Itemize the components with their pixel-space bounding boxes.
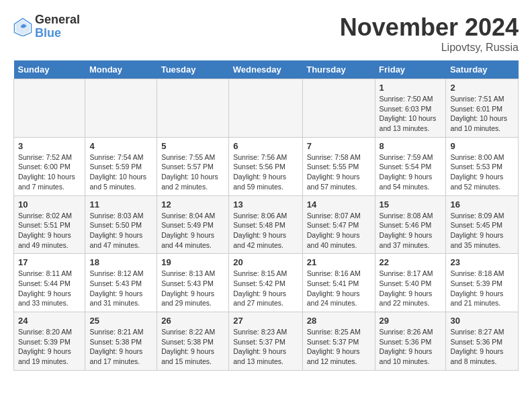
- day-info: Sunrise: 8:16 AMSunset: 5:41 PMDaylight:…: [307, 269, 371, 308]
- day-number: 27: [233, 316, 298, 326]
- day-info: Sunrise: 8:22 AMSunset: 5:38 PMDaylight:…: [161, 327, 224, 367]
- calendar-cell: 1Sunrise: 7:50 AMSunset: 6:03 PMDaylight…: [375, 79, 446, 138]
- logo: General Blue: [13, 13, 80, 40]
- day-info: Sunrise: 7:55 AMSunset: 5:57 PMDaylight:…: [161, 152, 224, 192]
- day-number: 16: [450, 199, 514, 210]
- day-info: Sunrise: 8:13 AMSunset: 5:43 PMDaylight:…: [161, 269, 224, 308]
- day-number: 1: [380, 83, 442, 93]
- day-number: 4: [89, 141, 152, 151]
- calendar-cell: 9Sunrise: 8:00 AMSunset: 5:53 PMDaylight…: [446, 137, 519, 195]
- day-number: 8: [380, 141, 442, 151]
- week-row-4: 17Sunrise: 8:11 AMSunset: 5:44 PMDayligh…: [14, 254, 519, 312]
- day-info: Sunrise: 8:06 AMSunset: 5:48 PMDaylight:…: [233, 211, 298, 250]
- calendar-cell: 10Sunrise: 8:02 AMSunset: 5:51 PMDayligh…: [14, 195, 85, 254]
- calendar-cell: 17Sunrise: 8:11 AMSunset: 5:44 PMDayligh…: [14, 254, 85, 312]
- day-number: 29: [380, 316, 442, 326]
- day-number: 19: [161, 257, 224, 267]
- calendar-cell: 24Sunrise: 8:20 AMSunset: 5:39 PMDayligh…: [14, 312, 85, 371]
- day-info: Sunrise: 8:11 AMSunset: 5:44 PMDaylight:…: [18, 269, 81, 308]
- calendar-cell: [157, 79, 229, 138]
- calendar-cell: 20Sunrise: 8:15 AMSunset: 5:42 PMDayligh…: [229, 254, 302, 312]
- day-info: Sunrise: 7:50 AMSunset: 6:03 PMDaylight:…: [380, 94, 442, 134]
- week-row-5: 24Sunrise: 8:20 AMSunset: 5:39 PMDayligh…: [14, 312, 519, 371]
- calendar-cell: 5Sunrise: 7:55 AMSunset: 5:57 PMDaylight…: [157, 137, 229, 195]
- day-number: 22: [380, 257, 442, 267]
- calendar-cell: 11Sunrise: 8:03 AMSunset: 5:50 PMDayligh…: [85, 195, 157, 254]
- calendar-cell: 21Sunrise: 8:16 AMSunset: 5:41 PMDayligh…: [302, 254, 375, 312]
- day-info: Sunrise: 7:56 AMSunset: 5:56 PMDaylight:…: [233, 152, 298, 192]
- calendar-cell: 23Sunrise: 8:18 AMSunset: 5:39 PMDayligh…: [446, 254, 519, 312]
- day-number: 30: [450, 316, 514, 326]
- calendar-cell: 13Sunrise: 8:06 AMSunset: 5:48 PMDayligh…: [229, 195, 302, 254]
- day-info: Sunrise: 8:02 AMSunset: 5:51 PMDaylight:…: [18, 211, 81, 250]
- day-number: 28: [307, 316, 371, 326]
- day-number: 25: [89, 316, 152, 326]
- location: Lipovtsy, Russia: [340, 42, 519, 54]
- header-friday: Friday: [375, 60, 446, 79]
- header-monday: Monday: [85, 60, 157, 79]
- day-number: 24: [18, 316, 81, 326]
- calendar-cell: 27Sunrise: 8:23 AMSunset: 5:37 PMDayligh…: [229, 312, 302, 371]
- week-row-2: 3Sunrise: 7:52 AMSunset: 6:00 PMDaylight…: [14, 137, 519, 195]
- week-row-1: 1Sunrise: 7:50 AMSunset: 6:03 PMDaylight…: [14, 79, 519, 138]
- day-number: 14: [307, 199, 371, 210]
- day-number: 7: [307, 141, 371, 151]
- calendar-cell: [85, 79, 157, 138]
- calendar-cell: 29Sunrise: 8:26 AMSunset: 5:36 PMDayligh…: [375, 312, 446, 371]
- day-info: Sunrise: 8:23 AMSunset: 5:37 PMDaylight:…: [233, 327, 298, 367]
- calendar-cell: 19Sunrise: 8:13 AMSunset: 5:43 PMDayligh…: [157, 254, 229, 312]
- calendar-cell: 3Sunrise: 7:52 AMSunset: 6:00 PMDaylight…: [14, 137, 85, 195]
- calendar-cell: 28Sunrise: 8:25 AMSunset: 5:37 PMDayligh…: [302, 312, 375, 371]
- logo-line2: Blue: [35, 27, 80, 40]
- calendar-cell: 12Sunrise: 8:04 AMSunset: 5:49 PMDayligh…: [157, 195, 229, 254]
- day-number: 13: [233, 199, 298, 210]
- day-info: Sunrise: 8:09 AMSunset: 5:45 PMDaylight:…: [450, 211, 514, 250]
- day-number: 20: [233, 257, 298, 267]
- calendar-cell: 2Sunrise: 7:51 AMSunset: 6:01 PMDaylight…: [446, 79, 519, 138]
- day-number: 2: [450, 83, 514, 93]
- day-info: Sunrise: 8:27 AMSunset: 5:36 PMDaylight:…: [450, 327, 514, 367]
- calendar-table: SundayMondayTuesdayWednesdayThursdayFrid…: [13, 60, 519, 371]
- day-info: Sunrise: 8:26 AMSunset: 5:36 PMDaylight:…: [380, 327, 442, 367]
- calendar-cell: [14, 79, 85, 138]
- day-info: Sunrise: 8:07 AMSunset: 5:47 PMDaylight:…: [307, 211, 371, 250]
- day-info: Sunrise: 7:59 AMSunset: 5:54 PMDaylight:…: [380, 152, 442, 192]
- day-number: 26: [161, 316, 224, 326]
- day-info: Sunrise: 8:20 AMSunset: 5:39 PMDaylight:…: [18, 327, 81, 367]
- day-number: 11: [89, 199, 152, 210]
- calendar-cell: 18Sunrise: 8:12 AMSunset: 5:43 PMDayligh…: [85, 254, 157, 312]
- calendar-cell: 25Sunrise: 8:21 AMSunset: 5:38 PMDayligh…: [85, 312, 157, 371]
- title-block: November 2024 Lipovtsy, Russia: [340, 13, 519, 54]
- logo-icon: [13, 17, 32, 36]
- logo-text: General Blue: [35, 13, 80, 40]
- day-info: Sunrise: 7:52 AMSunset: 6:00 PMDaylight:…: [18, 152, 81, 192]
- day-number: 17: [18, 257, 81, 267]
- day-number: 18: [89, 257, 152, 267]
- month-title: November 2024: [340, 13, 519, 42]
- calendar-cell: 22Sunrise: 8:17 AMSunset: 5:40 PMDayligh…: [375, 254, 446, 312]
- day-info: Sunrise: 8:18 AMSunset: 5:39 PMDaylight:…: [450, 269, 514, 308]
- header-wednesday: Wednesday: [229, 60, 302, 79]
- calendar-cell: 7Sunrise: 7:58 AMSunset: 5:55 PMDaylight…: [302, 137, 375, 195]
- day-number: 12: [161, 199, 224, 210]
- calendar-header-row: SundayMondayTuesdayWednesdayThursdayFrid…: [14, 60, 519, 79]
- header-sunday: Sunday: [14, 60, 85, 79]
- day-number: 15: [380, 199, 442, 210]
- day-info: Sunrise: 8:08 AMSunset: 5:46 PMDaylight:…: [380, 211, 442, 250]
- day-info: Sunrise: 8:15 AMSunset: 5:42 PMDaylight:…: [233, 269, 298, 308]
- calendar-cell: 15Sunrise: 8:08 AMSunset: 5:46 PMDayligh…: [375, 195, 446, 254]
- calendar-cell: [302, 79, 375, 138]
- day-info: Sunrise: 7:51 AMSunset: 6:01 PMDaylight:…: [450, 94, 514, 134]
- page-header: General Blue November 2024 Lipovtsy, Rus…: [13, 13, 519, 54]
- day-info: Sunrise: 8:00 AMSunset: 5:53 PMDaylight:…: [450, 152, 514, 192]
- calendar-cell: 16Sunrise: 8:09 AMSunset: 5:45 PMDayligh…: [446, 195, 519, 254]
- calendar-cell: 26Sunrise: 8:22 AMSunset: 5:38 PMDayligh…: [157, 312, 229, 371]
- day-info: Sunrise: 7:58 AMSunset: 5:55 PMDaylight:…: [307, 152, 371, 192]
- day-info: Sunrise: 8:25 AMSunset: 5:37 PMDaylight:…: [307, 327, 371, 367]
- header-thursday: Thursday: [302, 60, 375, 79]
- day-number: 3: [18, 141, 81, 151]
- day-info: Sunrise: 8:21 AMSunset: 5:38 PMDaylight:…: [89, 327, 152, 367]
- day-number: 23: [450, 257, 514, 267]
- calendar-cell: 6Sunrise: 7:56 AMSunset: 5:56 PMDaylight…: [229, 137, 302, 195]
- header-saturday: Saturday: [446, 60, 519, 79]
